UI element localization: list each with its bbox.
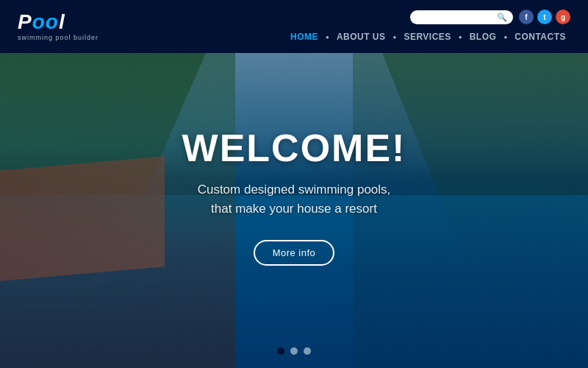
header-right: 🔍 f t g HOME ● ABOUT US ● SERVICES ● BLO… [286,10,570,43]
logo-text[interactable]: Pool [18,12,65,32]
slide-dot-2[interactable] [290,347,298,355]
social-icons: f t g [519,10,570,24]
search-input[interactable] [416,13,497,21]
search-icon: 🔍 [497,13,507,22]
twitter-icon[interactable]: t [537,10,552,24]
logo-subtitle: swimming pool builder [18,34,98,41]
nav-dot-4: ● [503,34,507,40]
hero-title: WELCOME! [182,126,406,170]
nav-about[interactable]: ABOUT US [332,30,390,43]
facebook-icon[interactable]: f [519,10,534,24]
nav-services[interactable]: SERVICES [399,30,455,43]
hero-subtitle-line1: Custom designed swimming pools, [198,183,391,197]
nav-blog[interactable]: BLOG [465,30,501,43]
googleplus-icon[interactable]: g [556,10,570,24]
hero-content: WELCOME! Custom designed swimming pools,… [0,53,588,368]
nav-dot-2: ● [393,34,397,40]
more-info-button[interactable]: More info [254,240,335,266]
nav-contacts[interactable]: CONTACTS [510,30,570,43]
nav-home[interactable]: HOME [286,30,323,43]
main-nav: HOME ● ABOUT US ● SERVICES ● BLOG ● CONT… [286,30,570,43]
hero-subtitle: Custom designed swimming pools, that mak… [198,180,391,218]
hero-section: WELCOME! Custom designed swimming pools,… [0,53,588,368]
nav-dot-1: ● [326,34,329,40]
logo: Pool swimming pool builder [18,12,98,41]
slider-dots [0,347,588,355]
slide-dot-1[interactable] [277,347,284,355]
header: Pool swimming pool builder 🔍 f t g HOME … [0,0,588,53]
search-bar[interactable]: 🔍 [410,10,513,24]
search-social-row: 🔍 f t g [410,10,570,24]
slide-dot-3[interactable] [304,347,311,355]
nav-dot-3: ● [459,34,462,40]
hero-subtitle-line2: that make your house a resort [211,202,377,216]
